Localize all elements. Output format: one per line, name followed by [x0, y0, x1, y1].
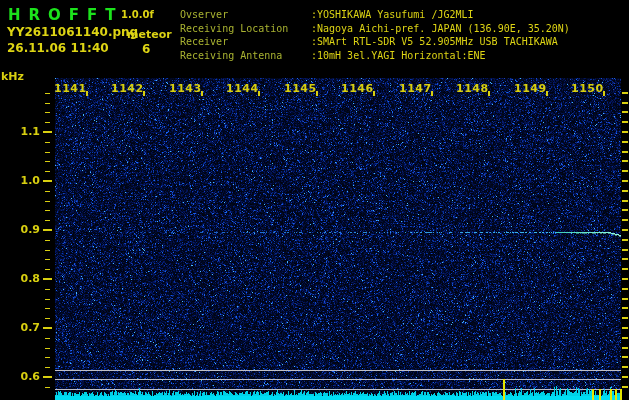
- info-label: Receiving Antenna: [180, 49, 311, 63]
- info-value: :SMArt RTL-SDR V5 52.905MHz USB TACHIKAW…: [311, 35, 558, 49]
- time-axis-label: 1142: [111, 82, 144, 95]
- freq-axis-label: 1.1: [8, 125, 40, 138]
- info-value: :Nagoya Aichi-pref. JAPAN (136.90E, 35.2…: [311, 22, 570, 36]
- app-version: 1.0.0f: [121, 9, 154, 20]
- time-axis-label: 1147: [399, 82, 432, 95]
- info-value: :10mH 3el.YAGI Horizontal:ENE: [311, 49, 486, 63]
- time-axis-label: 1144: [226, 82, 259, 95]
- time-axis-label: 1141: [54, 82, 87, 95]
- mode-label: meteor: [127, 28, 172, 41]
- info-label: Receiver: [180, 35, 311, 49]
- station-info: Ovserver :YOSHIKAWA Yasufumi /JG2MLI Rec…: [180, 8, 570, 62]
- freq-axis-label: 1.0: [8, 174, 40, 187]
- info-row-observer: Ovserver :YOSHIKAWA Yasufumi /JG2MLI: [180, 8, 570, 22]
- freq-axis-label: 0.7: [8, 321, 40, 334]
- datetime-label: 26.11.06 11:40: [7, 41, 109, 55]
- output-filename: YY2611061140.png: [7, 25, 138, 39]
- info-value: :YOSHIKAWA Yasufumi /JG2MLI: [311, 8, 474, 22]
- info-row-location: Receiving Location :Nagoya Aichi-pref. J…: [180, 22, 570, 36]
- time-axis-label: 1143: [169, 82, 202, 95]
- freq-axis-label: 0.9: [8, 223, 40, 236]
- app-title: HROFFT: [8, 6, 124, 24]
- info-label: Receiving Location: [180, 22, 311, 36]
- meteor-count: 6: [142, 42, 150, 56]
- freq-axis-label: 0.6: [8, 370, 40, 383]
- info-row-receiver: Receiver :SMArt RTL-SDR V5 52.905MHz USB…: [180, 35, 570, 49]
- time-axis-label: 1149: [514, 82, 547, 95]
- info-label: Ovserver: [180, 8, 311, 22]
- freq-axis-label: 0.8: [8, 272, 40, 285]
- time-axis-label: 1146: [341, 82, 374, 95]
- hrofft-output: HROFFT 1.0.0f YY2611061140.png meteor 26…: [0, 0, 629, 400]
- info-row-antenna: Receiving Antenna :10mH 3el.YAGI Horizon…: [180, 49, 570, 63]
- time-axis-label: 1148: [456, 82, 489, 95]
- time-axis-label: 1145: [284, 82, 317, 95]
- freq-axis-unit: kHz: [1, 70, 24, 83]
- time-axis-label: 1150: [571, 82, 604, 95]
